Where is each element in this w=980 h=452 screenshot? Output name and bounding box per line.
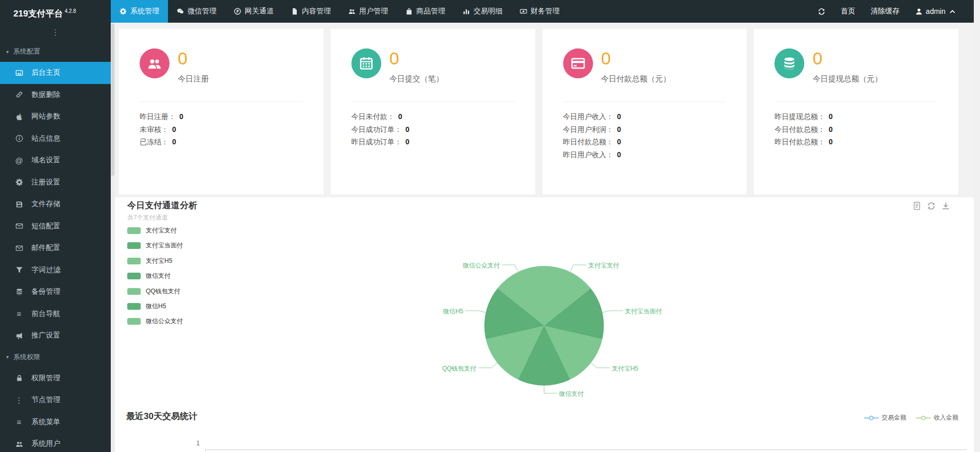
topnav-item[interactable]: 用户管理 bbox=[340, 0, 397, 23]
credit-card-icon bbox=[571, 56, 585, 71]
sidebar-item-label: 节点管理 bbox=[31, 395, 60, 405]
legend-swatch bbox=[127, 258, 141, 264]
sidebar-item[interactable]: 推广设置 bbox=[0, 325, 111, 347]
stat-value: 0 bbox=[813, 48, 882, 68]
sidebar-collapse-toggle[interactable]: ⋮ bbox=[0, 23, 111, 41]
at-icon: @ bbox=[14, 157, 24, 164]
topnav-item[interactable]: 交易明细 bbox=[454, 0, 511, 23]
topnav-item-label: 系统管理 bbox=[130, 7, 159, 16]
topnav-item[interactable]: 商品管理 bbox=[397, 0, 454, 23]
topnav-item[interactable]: 系统管理 bbox=[111, 0, 168, 23]
sidebar-group-header[interactable]: ▾系统配置 bbox=[0, 41, 111, 62]
sidebar-item[interactable]: ⋮节点管理 bbox=[0, 389, 111, 411]
envelope-icon bbox=[14, 244, 24, 252]
sidebar-scrollbar-thumb[interactable] bbox=[111, 24, 114, 176]
pie-leader-line bbox=[602, 311, 623, 312]
topnav-item[interactable]: 微信管理 bbox=[168, 0, 225, 23]
envelope-icon bbox=[14, 222, 24, 230]
pie-legend-item[interactable]: 支付宝当面付 bbox=[127, 241, 183, 250]
pie-legend-item[interactable]: 微信公众支付 bbox=[127, 317, 183, 326]
topnav-item[interactable]: 网关通道 bbox=[225, 0, 282, 23]
topnav-item-label: 交易明细 bbox=[474, 7, 502, 16]
topnav-item-label: 微信管理 bbox=[188, 7, 216, 16]
stat-label: 今日提交（笔） bbox=[390, 74, 444, 84]
sidebar-group-header[interactable]: ▾系统权限 bbox=[0, 347, 111, 367]
stat-row-value: 0 bbox=[405, 125, 410, 133]
stat-row-label: 昨日用户收入： bbox=[563, 150, 614, 159]
pie-legend-item[interactable]: 支付宝支付 bbox=[127, 226, 183, 235]
pie-slice-label: 支付宝H5 bbox=[612, 364, 638, 373]
sidebar-item[interactable]: 后台主页 bbox=[0, 62, 111, 84]
pie-chart[interactable] bbox=[484, 266, 604, 386]
stat-row-label: 今日未付款： bbox=[351, 112, 395, 121]
pie-slice-label: 微信支付 bbox=[559, 390, 584, 398]
pie-legend-label: 微信支付 bbox=[146, 272, 171, 280]
download-icon[interactable] bbox=[941, 202, 950, 210]
sidebar-item-label: 权限管理 bbox=[31, 374, 60, 383]
stat-row: 昨日用户收入：0 bbox=[563, 148, 726, 161]
database-icon bbox=[782, 56, 797, 71]
sidebar-item[interactable]: 注册设置 bbox=[0, 172, 111, 194]
stat-row-label: 今日用户利润： bbox=[563, 125, 614, 133]
sidebar-item[interactable]: 备份管理 bbox=[0, 281, 111, 303]
money-icon bbox=[520, 8, 527, 15]
sidebar-item[interactable]: @域名设置 bbox=[0, 149, 111, 172]
stat-row-label: 昨日付款总额： bbox=[774, 138, 825, 146]
pie-leader-line bbox=[465, 311, 486, 312]
stat-value: 0 bbox=[178, 48, 209, 68]
line-legend-label: 交易金额 bbox=[882, 413, 906, 422]
chevron-up-icon bbox=[949, 8, 956, 15]
pie-legend-item[interactable]: 支付宝H5 bbox=[127, 257, 183, 265]
brand-logo[interactable]: 219支付平台4.2.8 bbox=[0, 0, 111, 23]
stat-row: 今日成功订单：0 bbox=[351, 123, 515, 136]
charts-panel: 今日支付通道分析 共7个支付通道 支付宝支付支付宝当面付支付宝H5微信支付QQ钱… bbox=[115, 197, 974, 452]
card-divider bbox=[351, 102, 515, 102]
line-legend-item[interactable]: 收入金额 bbox=[916, 413, 958, 422]
info-icon bbox=[14, 135, 24, 142]
sidebar-item[interactable]: 字词过滤 bbox=[0, 259, 111, 281]
pie-legend-label: 支付宝当面付 bbox=[146, 241, 183, 250]
user-menu[interactable]: admin bbox=[915, 7, 956, 15]
sidebar-item[interactable]: ≡系统菜单 bbox=[0, 411, 111, 433]
caret-down-icon: ▾ bbox=[6, 49, 9, 55]
sidebar-item[interactable]: 网站参数 bbox=[0, 106, 111, 128]
line-legend-item[interactable]: 交易金额 bbox=[864, 413, 906, 422]
sidebar-item[interactable]: 数据删除 bbox=[0, 84, 111, 106]
pie-leader-line bbox=[570, 265, 586, 272]
sidebar-item[interactable]: 邮件配置 bbox=[0, 237, 111, 259]
sidebar-item-label: 注册设置 bbox=[31, 178, 60, 187]
topnav-item[interactable]: 财务管理 bbox=[511, 0, 568, 23]
sidebar-item[interactable]: 文件存储 bbox=[0, 193, 111, 215]
refresh-icon[interactable] bbox=[818, 8, 825, 15]
sidebar-item[interactable]: ≡前台导航 bbox=[0, 303, 111, 325]
data-view-icon[interactable] bbox=[913, 202, 921, 210]
sidebar-item[interactable]: 系统用户 bbox=[0, 433, 111, 452]
line-legend-marker-icon bbox=[916, 415, 931, 421]
stat-row: 今日付款总额：0 bbox=[774, 123, 938, 136]
bar-chart-icon bbox=[463, 8, 470, 15]
legend-swatch bbox=[127, 288, 141, 295]
stat-badge bbox=[563, 48, 593, 78]
pie-legend-item[interactable]: 微信H5 bbox=[127, 302, 183, 311]
topnav-item[interactable]: 内容管理 bbox=[282, 0, 340, 23]
stat-row-value: 0 bbox=[617, 138, 621, 146]
sidebar-item[interactable]: 站点信息 bbox=[0, 128, 111, 150]
pie-leader-line bbox=[591, 363, 610, 367]
sidebar-item[interactable]: 权限管理 bbox=[0, 367, 111, 390]
main-content: 0今日注册昨日注册：0未审核：0已冻结：00今日提交（笔）今日未付款：0今日成功… bbox=[115, 23, 974, 452]
sidebar-item[interactable]: 短信配置 bbox=[0, 215, 111, 238]
sidebar-item-label: 推广设置 bbox=[31, 331, 60, 340]
pie-slice-label: QQ钱包支付 bbox=[442, 364, 477, 373]
sidebar-group-label: 系统权限 bbox=[13, 353, 40, 362]
stat-card-header: 0今日提现总额（元） bbox=[774, 48, 938, 84]
restore-icon[interactable] bbox=[927, 202, 936, 210]
home-link[interactable]: 首页 bbox=[841, 7, 855, 16]
stat-card: 0今日提交（笔）今日未付款：0今日成功订单：0昨日成功订单：0 bbox=[331, 29, 535, 194]
pie-legend-item[interactable]: 微信支付 bbox=[127, 272, 183, 280]
topnav-item-label: 内容管理 bbox=[302, 7, 331, 16]
stat-label: 今日提现总额（元） bbox=[813, 74, 882, 84]
pie-legend-item[interactable]: QQ钱包支付 bbox=[127, 287, 183, 296]
stat-label: 今日注册 bbox=[178, 74, 209, 84]
clear-cache-link[interactable]: 清除缓存 bbox=[871, 7, 900, 16]
topnav-item-label: 商品管理 bbox=[416, 7, 445, 16]
